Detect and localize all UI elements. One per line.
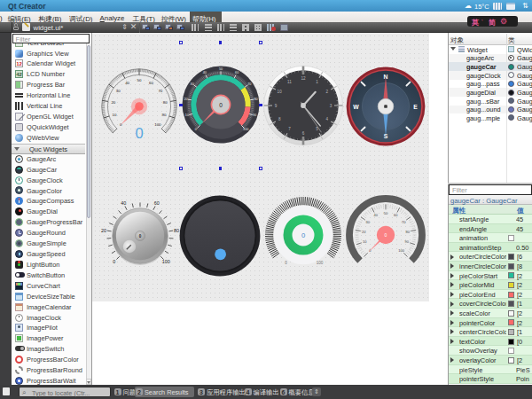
svg-text:50: 50	[384, 211, 388, 215]
svg-text:80: 80	[163, 100, 168, 105]
svg-text:40: 40	[203, 71, 207, 74]
svg-text:0: 0	[195, 128, 197, 131]
svg-text:20: 20	[362, 230, 366, 234]
svg-text:100: 100	[162, 259, 170, 264]
svg-text:E: E	[413, 104, 418, 110]
svg-text:60: 60	[235, 71, 239, 74]
svg-text:90: 90	[405, 239, 410, 244]
svg-text:60: 60	[154, 200, 160, 206]
svg-text:80: 80	[405, 230, 410, 234]
svg-text:3: 3	[330, 104, 332, 108]
svg-text:100: 100	[243, 128, 248, 131]
svg-text:90: 90	[162, 113, 167, 117]
svg-text:10: 10	[112, 113, 116, 117]
svg-text:0: 0	[219, 102, 223, 108]
svg-text:4: 4	[326, 117, 329, 121]
svg-text:10: 10	[185, 113, 189, 117]
svg-text:W: W	[353, 104, 359, 110]
svg-text:9: 9	[275, 104, 278, 108]
svg-text:60: 60	[149, 81, 153, 85]
svg-text:10: 10	[363, 239, 367, 244]
svg-text:100: 100	[317, 261, 324, 265]
svg-text:1: 1	[316, 80, 318, 84]
svg-text:100: 100	[398, 248, 404, 253]
svg-text:50: 50	[137, 78, 142, 82]
svg-text:70: 70	[402, 220, 406, 224]
svg-text:40: 40	[121, 200, 126, 206]
svg-text:70: 70	[247, 82, 251, 85]
svg-text:0: 0	[301, 231, 305, 239]
svg-text:12: 12	[301, 76, 306, 81]
svg-text:30: 30	[366, 220, 371, 224]
svg-text:100: 100	[154, 122, 161, 127]
svg-text:7: 7	[288, 127, 291, 131]
svg-text:0: 0	[139, 234, 142, 239]
svg-text:20: 20	[111, 100, 115, 105]
svg-text:50: 50	[219, 67, 223, 71]
svg-text:40: 40	[125, 81, 129, 85]
svg-text:40: 40	[373, 213, 378, 217]
svg-text:11: 11	[287, 80, 292, 84]
svg-text:10: 10	[278, 90, 283, 94]
svg-text:20: 20	[184, 98, 187, 101]
svg-text:60: 60	[394, 213, 398, 217]
svg-text:0: 0	[113, 259, 115, 264]
svg-text:0: 0	[135, 125, 143, 141]
svg-text:30: 30	[191, 82, 194, 85]
svg-text:2: 2	[326, 90, 329, 94]
svg-text:90: 90	[253, 113, 256, 117]
svg-text:20: 20	[101, 228, 106, 233]
svg-text:30: 30	[116, 89, 121, 93]
svg-text:0: 0	[285, 261, 287, 265]
svg-text:6: 6	[302, 131, 305, 136]
svg-text:80: 80	[254, 98, 257, 101]
svg-text:8: 8	[278, 117, 281, 121]
svg-text:0: 0	[385, 232, 387, 238]
svg-text:0: 0	[120, 122, 122, 127]
svg-text:70: 70	[158, 89, 162, 93]
